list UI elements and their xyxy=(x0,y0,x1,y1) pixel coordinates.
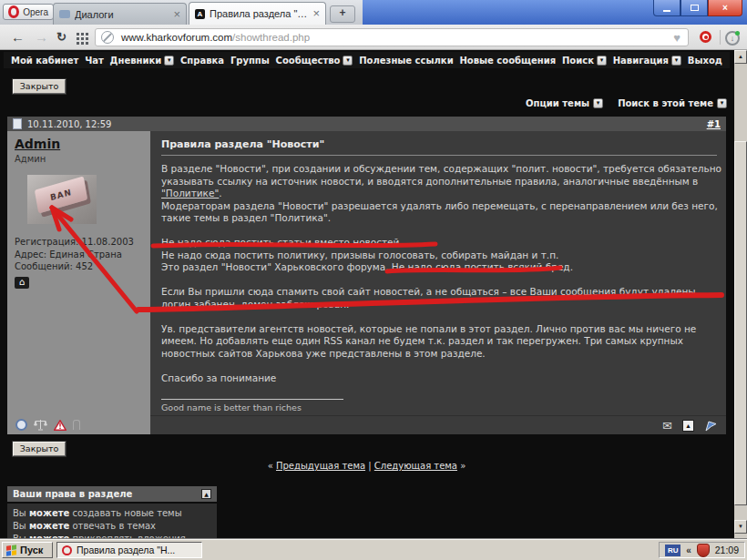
rights-panel-header: Ваши права в разделе ▲ xyxy=(7,486,217,502)
tab-title: Правила раздела "Новости" xyxy=(210,8,308,19)
maximize-button[interactable] xyxy=(680,0,708,16)
dropdown-icon[interactable]: ▾ xyxy=(164,56,174,66)
opera-target-icon[interactable] xyxy=(700,31,711,43)
politika-link[interactable]: "Политике" xyxy=(161,188,219,199)
user-address: Адрес: Единая Страна xyxy=(15,249,143,261)
user-online-icon xyxy=(15,419,27,431)
nav-navigation[interactable]: Навигация▾ xyxy=(613,56,681,66)
scrollbar-thumb[interactable] xyxy=(734,141,747,505)
quote-reply-icon[interactable] xyxy=(704,420,717,432)
speed-dial-icon[interactable] xyxy=(77,33,79,36)
title-divider xyxy=(161,155,717,156)
forum-navbar: Мой кабинет Чат Дневники▾ Справка Группы… xyxy=(4,52,730,68)
nav-groups[interactable]: Группы xyxy=(230,56,270,66)
post-number-link[interactable]: #1 xyxy=(707,119,721,129)
vertical-scrollbar[interactable]: ▲ ▼ xyxy=(734,50,747,539)
post-footer: ✉ ▲ xyxy=(7,415,726,434)
start-label: Пуск xyxy=(20,545,43,555)
dropdown-icon[interactable]: ▾ xyxy=(343,56,353,66)
rights-row: Вы можете создавать новые темы xyxy=(13,507,211,520)
tab-title: Диалоги xyxy=(75,9,169,20)
tab-close-icon[interactable]: × xyxy=(173,10,180,19)
screen: Opera Диалоги × A Правила раздела "Новос… xyxy=(0,0,747,560)
post-content: Правила раздела "Новости" В разделе "Нов… xyxy=(150,131,726,415)
scroll-down-button[interactable]: ▼ xyxy=(734,520,747,534)
close-button[interactable]: × xyxy=(708,0,742,16)
nav-useful-links[interactable]: Полезные ссылки xyxy=(359,56,453,66)
user-post-count: Сообщений: 452 xyxy=(15,260,143,273)
dropdown-icon[interactable]: ▾ xyxy=(597,56,607,66)
new-tab-button[interactable]: + xyxy=(330,5,355,23)
site-favicon: A xyxy=(195,9,205,19)
signature-text: Good name is better than riches xyxy=(161,402,717,412)
thread-options-button[interactable]: Опции темы▾ xyxy=(526,98,603,108)
previous-thread-link[interactable]: Предыдущая тема xyxy=(276,461,365,471)
go-to-top-icon[interactable]: ▲ xyxy=(682,420,694,432)
signature: Good name is better than riches xyxy=(161,399,717,412)
attachment-icon xyxy=(73,420,80,430)
taskbar-window-button[interactable]: Правила раздела "Н... xyxy=(56,542,202,558)
next-arrows: » xyxy=(460,461,466,471)
nav-logout[interactable]: Выход xyxy=(688,56,722,66)
post-title: Правила раздела "Новости" xyxy=(161,138,717,150)
address-bar: ← → ↻ www.kharkovforum.com/showthread.ph… xyxy=(0,25,747,50)
toolbar-divider xyxy=(720,30,721,45)
thread-search-button[interactable]: Поиск в этой теме▾ xyxy=(618,98,727,108)
user-panel: Admin Админ BAN Регистрация: 11.08.2003 … xyxy=(7,131,150,415)
forward-button[interactable]: → xyxy=(35,29,48,45)
dropdown-icon[interactable]: ▾ xyxy=(593,98,603,108)
report-post-icon[interactable] xyxy=(54,420,67,431)
reputation-scales-icon[interactable] xyxy=(34,419,47,431)
system-tray: RU « 21:09 xyxy=(659,542,745,558)
page-info-badge-icon[interactable] xyxy=(101,31,114,44)
chat-bubble-icon xyxy=(59,10,70,18)
avatar[interactable]: BAN xyxy=(27,175,97,224)
tab-thread[interactable]: A Правила раздела "Новости" × xyxy=(189,2,326,25)
maximize-icon xyxy=(691,5,699,11)
post-date: 10.11.2010, 12:59 xyxy=(27,119,111,129)
nav-my-cabinet[interactable]: Мой кабинет xyxy=(11,56,78,66)
minimize-button[interactable] xyxy=(653,0,680,16)
opera-task-icon xyxy=(62,545,72,555)
thread-tools: Опции темы▾ Поиск в этой теме▾ xyxy=(526,98,727,108)
url-field[interactable]: www.kharkovforum.com/showthread.php ♥ xyxy=(95,28,689,46)
download-icon[interactable]: ↓ xyxy=(725,31,740,46)
thread-closed-button-top[interactable]: Закрыто xyxy=(13,79,66,94)
post-text: В разделе "Новости", при создании и обсу… xyxy=(161,163,717,384)
window-titlebar: Opera Диалоги × A Правила раздела "Новос… xyxy=(0,0,747,25)
home-icon[interactable]: ⌂ xyxy=(15,277,29,289)
username-link[interactable]: Admin xyxy=(15,137,143,151)
user-info: Регистрация: 11.08.2003 Адрес: Единая Ст… xyxy=(15,236,143,273)
thread-closed-button-bottom[interactable]: Закрыто xyxy=(13,442,66,456)
tab-close-icon[interactable]: × xyxy=(312,9,320,18)
tray-collapse-button[interactable]: « xyxy=(686,545,691,555)
url-path: /showthread.php xyxy=(232,32,310,43)
nav-community[interactable]: Сообщество▾ xyxy=(276,56,353,66)
rights-panel-title: Ваши права в разделе xyxy=(13,489,132,499)
task-title: Правила раздела "Н... xyxy=(77,545,175,555)
language-indicator[interactable]: RU xyxy=(665,545,680,556)
clock: 21:09 xyxy=(715,545,739,555)
tab-dialogs[interactable]: Диалоги × xyxy=(53,3,187,25)
collapse-panel-icon[interactable]: ▲ xyxy=(201,489,211,499)
start-button[interactable]: Пуск xyxy=(2,542,53,558)
email-post-icon[interactable]: ✉ xyxy=(662,420,672,432)
nav-chat[interactable]: Чат xyxy=(85,56,104,66)
nav-new-messages[interactable]: Новые сообщения xyxy=(459,56,556,66)
nav-search[interactable]: Поиск▾ xyxy=(562,56,607,66)
next-thread-link[interactable]: Следующая тема xyxy=(374,461,457,471)
dropdown-icon[interactable]: ▾ xyxy=(717,98,727,108)
back-button[interactable]: ← xyxy=(11,29,25,45)
bookmark-heart-icon[interactable]: ♥ xyxy=(673,31,680,45)
opera-menu-label: Opera xyxy=(23,7,48,17)
opera-logo-icon xyxy=(8,5,19,18)
antivirus-tray-icon[interactable] xyxy=(697,544,710,557)
dropdown-icon[interactable]: ▾ xyxy=(671,56,681,66)
reload-button[interactable]: ↻ xyxy=(56,30,67,44)
scroll-up-button[interactable]: ▲ xyxy=(734,50,747,64)
opera-menu-button[interactable]: Opera xyxy=(3,4,54,20)
signature-divider xyxy=(161,399,343,400)
nav-blogs[interactable]: Дневники▾ xyxy=(110,56,175,66)
post-page-icon xyxy=(13,118,22,129)
nav-help[interactable]: Справка xyxy=(180,56,224,66)
